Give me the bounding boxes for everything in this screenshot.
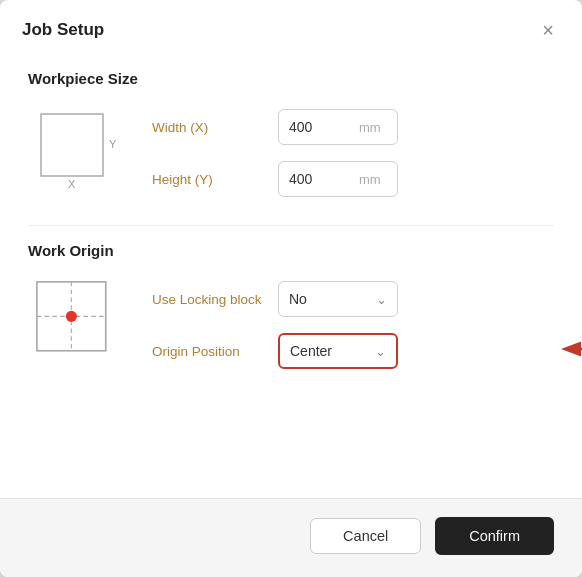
height-row: Height (Y) mm (152, 161, 554, 197)
origin-label: Origin Position (152, 344, 262, 359)
work-origin-title: Work Origin (28, 242, 554, 259)
width-row: Width (X) mm (152, 109, 554, 145)
dialog-title: Job Setup (22, 20, 104, 40)
job-setup-dialog: Job Setup × Workpiece Size Y X Wi (0, 0, 582, 577)
workpiece-diagram: Y X (28, 101, 128, 201)
red-arrow-annotation (556, 334, 582, 368)
svg-point-6 (66, 311, 77, 322)
svg-text:X: X (68, 178, 76, 190)
height-input-wrap: mm (278, 161, 398, 197)
width-input[interactable] (279, 110, 359, 144)
locking-label: Use Locking block (152, 292, 262, 307)
width-label: Width (X) (152, 120, 262, 135)
dialog-header: Job Setup × (0, 0, 582, 54)
height-label: Height (Y) (152, 172, 262, 187)
annotation-arrow-svg (556, 334, 582, 364)
dialog-body: Workpiece Size Y X Width (X) (0, 54, 582, 498)
origin-select[interactable]: Center Top Left Top Right Bottom Left Bo… (280, 335, 396, 367)
workpiece-size-title: Workpiece Size (28, 70, 554, 87)
svg-rect-0 (41, 114, 103, 176)
svg-text:Y: Y (109, 138, 117, 150)
confirm-button[interactable]: Confirm (435, 517, 554, 555)
origin-diagram (28, 273, 128, 373)
cancel-button[interactable]: Cancel (310, 518, 421, 554)
locking-select[interactable]: No Yes (279, 282, 397, 316)
origin-fields: Use Locking block No Yes ⌄ Origin Positi… (152, 273, 554, 369)
close-button[interactable]: × (536, 18, 560, 42)
origin-svg (28, 273, 128, 373)
origin-select-wrap: Center Top Left Top Right Bottom Left Bo… (278, 333, 398, 369)
width-unit: mm (359, 120, 391, 135)
section-divider (28, 225, 554, 226)
workpiece-svg: Y X (33, 106, 123, 196)
height-unit: mm (359, 172, 391, 187)
locking-row: Use Locking block No Yes ⌄ (152, 281, 554, 317)
width-input-wrap: mm (278, 109, 398, 145)
workpiece-size-section: Y X Width (X) mm Height (Y) (28, 101, 554, 201)
work-origin-section: Use Locking block No Yes ⌄ Origin Positi… (28, 273, 554, 373)
locking-select-wrap: No Yes ⌄ (278, 281, 398, 317)
height-input[interactable] (279, 162, 359, 196)
workpiece-fields: Width (X) mm Height (Y) mm (152, 101, 554, 197)
origin-row: Origin Position Center Top Left Top Righ… (152, 333, 554, 369)
dialog-footer: Cancel Confirm (0, 498, 582, 577)
